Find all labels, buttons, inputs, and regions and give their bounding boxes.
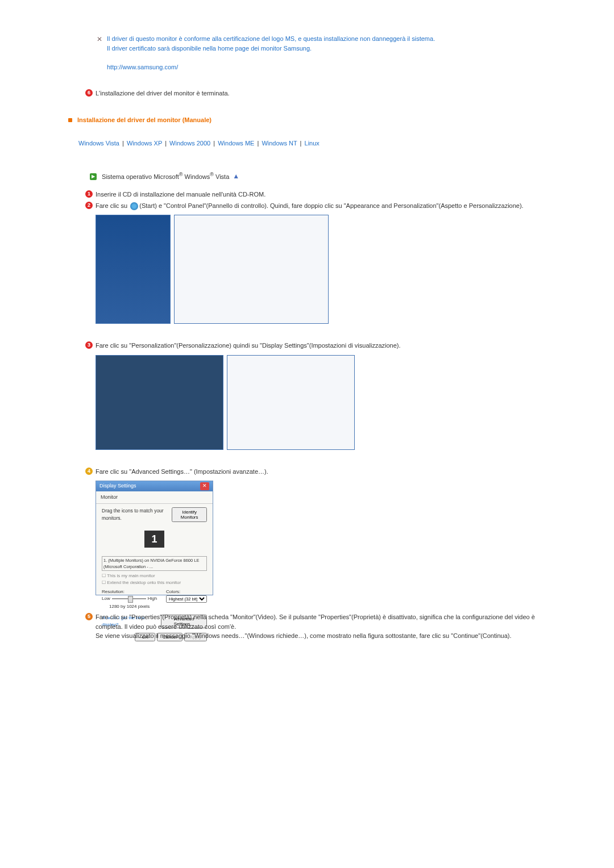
step-6-text: L'installazione del driver del monitor è… bbox=[96, 90, 230, 97]
vista-step-5a: Fare clic su "Properties"(Proprietà) nel… bbox=[96, 614, 535, 630]
vista-heading-os1: Windows bbox=[183, 173, 210, 180]
identify-monitors-button[interactable]: Identify Monitors bbox=[172, 507, 207, 522]
screenshot-start-menu bbox=[96, 215, 171, 324]
vista-step-5b: Se viene visualizzato il messaggio "Wind… bbox=[96, 632, 512, 639]
screenshot-personalization-2 bbox=[227, 355, 355, 450]
link-linux[interactable]: Linux bbox=[305, 140, 320, 147]
step-6-badge: 6 bbox=[85, 89, 93, 97]
manual-install-title: Installazione del driver del monitor (Ma… bbox=[77, 116, 211, 123]
link-2000[interactable]: Windows 2000 bbox=[169, 140, 210, 147]
link-vista[interactable]: Windows Vista bbox=[78, 140, 119, 147]
step-4-badge: 4 bbox=[85, 468, 93, 475]
up-arrow-icon[interactable]: ▲ bbox=[233, 172, 239, 180]
step-2-badge: 2 bbox=[85, 202, 93, 209]
resolution-label: Resolution: bbox=[102, 589, 157, 595]
tab-monitor[interactable]: Monitor bbox=[96, 491, 213, 504]
step-1-badge: 1 bbox=[85, 190, 93, 198]
step-3-badge: 3 bbox=[85, 341, 93, 349]
close-icon[interactable]: ✕ bbox=[200, 482, 209, 490]
driver-note-2: Il driver certificato sarà disponibile n… bbox=[107, 45, 312, 52]
start-orb-icon bbox=[130, 202, 138, 210]
drag-instruction: Drag the icons to match your monitors. bbox=[102, 507, 172, 522]
vista-step-4: Fare clic su "Advanced Settings…" (Impos… bbox=[96, 468, 268, 475]
vista-step-3: Fare clic su "Personalization"(Personali… bbox=[96, 342, 401, 349]
vista-step-2b: (Start) e "Control Panel"(Pannello di co… bbox=[139, 202, 523, 209]
screenshot-personalization-1 bbox=[96, 355, 223, 450]
link-nt[interactable]: Windows NT bbox=[262, 140, 297, 147]
link-xp[interactable]: Windows XP bbox=[127, 140, 162, 147]
vista-heading-prefix: Sistema operativo Microsoft bbox=[102, 173, 179, 180]
vista-step-1: Inserire il CD di installazione del manu… bbox=[96, 191, 265, 198]
colors-label: Colors: bbox=[166, 589, 207, 595]
green-arrow-icon bbox=[90, 173, 97, 180]
link-me[interactable]: Windows ME bbox=[218, 140, 254, 147]
step-5-badge: 5 bbox=[85, 613, 93, 620]
vista-heading-os2: Vista bbox=[214, 173, 229, 180]
checkbox-main-monitor: ☐ This is my main monitor bbox=[102, 573, 207, 579]
device-dropdown[interactable]: 1. (Multiple Monitors) on NVIDIA GeForce… bbox=[102, 556, 207, 571]
driver-note-1: Il driver di questo monitor è conforme a… bbox=[107, 35, 435, 42]
colors-dropdown[interactable]: Highest (32 bit) bbox=[166, 595, 207, 603]
screenshot-display-settings: Display Settings ✕ Monitor Drag the icon… bbox=[96, 481, 213, 595]
vista-step-2a: Fare clic su bbox=[96, 202, 129, 209]
monitor-preview[interactable]: 1 bbox=[144, 531, 164, 548]
checkbox-extend: ☐ Extend the desktop onto this monitor bbox=[102, 579, 207, 586]
x-marker: ✕ bbox=[97, 34, 102, 44]
resolution-value: 1280 by 1024 pixels bbox=[102, 603, 157, 610]
orange-arrow-icon bbox=[68, 118, 72, 122]
samsung-url[interactable]: http://www.samsung.com/ bbox=[107, 64, 178, 70]
resolution-slider[interactable] bbox=[112, 598, 146, 599]
dialog-title: Display Settings bbox=[99, 482, 136, 490]
screenshot-control-panel bbox=[174, 215, 329, 324]
